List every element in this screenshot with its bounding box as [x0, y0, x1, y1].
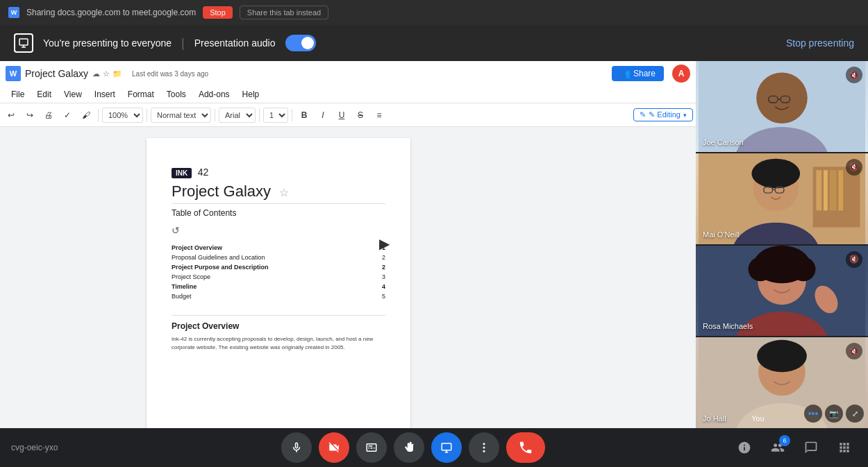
gdocs-container: W Project Galaxy ☁ ☆ 📁 Last edit was 3 d…: [0, 61, 696, 428]
stop-presenting-button[interactable]: Stop presenting: [786, 37, 854, 49]
camera-button[interactable]: [319, 432, 349, 463]
favorite-star-icon: ☆: [279, 187, 289, 198]
menu-insert[interactable]: Insert: [89, 88, 121, 101]
svg-point-33: [483, 443, 485, 445]
jo-expand-button[interactable]: ⤢: [846, 405, 864, 423]
svg-point-17: [751, 158, 800, 188]
joe-name: Joe Carlson: [703, 138, 744, 146]
docs-title-bar: W Project Galaxy ☁ ☆ 📁 Last edit was 3 d…: [0, 61, 696, 86]
divider-1: [98, 109, 99, 121]
toc-row: Timeline4: [172, 282, 385, 291]
people-button[interactable]: 6: [765, 435, 790, 460]
zoom-select[interactable]: 100%: [102, 108, 143, 123]
jo-more-button[interactable]: •••: [804, 405, 822, 423]
menu-edit[interactable]: Edit: [31, 88, 57, 101]
title-icons: ☁ ☆ 📁: [92, 69, 122, 78]
menu-format[interactable]: Format: [122, 88, 160, 101]
docs-toolbar: W Project Galaxy ☁ ☆ 📁 Last edit was 3 d…: [0, 61, 696, 127]
last-edit-text: Last edit was 3 days ago: [132, 70, 208, 78]
more-format-btn[interactable]: ≡: [371, 107, 387, 124]
document-viewer: W Project Galaxy ☁ ☆ 📁 Last edit was 3 d…: [0, 61, 696, 428]
microphone-button[interactable]: [281, 432, 312, 463]
docs-sidebar-left: [0, 127, 14, 428]
chat-button[interactable]: [799, 435, 824, 460]
control-bar: cvg-oeic-yxo: [0, 428, 868, 467]
people-icon: 👥: [620, 69, 631, 78]
toc-title: Table of Contents: [172, 208, 385, 218]
docs-app-icon: W: [6, 66, 21, 81]
svg-point-26: [749, 257, 773, 281]
divider-4: [259, 109, 260, 121]
user-avatar[interactable]: A: [672, 65, 690, 83]
toc-item-page: 2: [378, 253, 385, 262]
audio-toggle[interactable]: [285, 35, 316, 51]
end-call-button[interactable]: [506, 432, 545, 463]
page-number: 42: [198, 167, 209, 178]
jo-camera-button[interactable]: 📷: [825, 405, 843, 423]
svg-rect-0: [19, 39, 28, 45]
presenting-text: You're presenting to everyone: [43, 37, 172, 49]
size-select[interactable]: 11: [263, 108, 288, 123]
toc-item-label: Project Purpose and Description: [172, 262, 378, 272]
participant-tile-mai: Mai O'Neill 🔇: [696, 153, 868, 244]
italic-btn[interactable]: I: [315, 107, 331, 124]
participants-panel: Joe Carlson 🔇: [696, 61, 868, 428]
doc-title: Project Galaxy: [25, 68, 88, 79]
toc-item-label: Proposal Guidelines and Location: [172, 253, 378, 262]
toc-item-page: 5: [378, 291, 385, 301]
toc-row: Project Overview1: [172, 243, 385, 253]
toc-item-label: Timeline: [172, 282, 378, 291]
loading-icon: ↺: [172, 225, 385, 236]
menu-tools[interactable]: Tools: [161, 88, 192, 101]
style-select[interactable]: Normal text: [151, 108, 211, 123]
redo-btn[interactable]: ↪: [22, 107, 38, 124]
share-tab-button[interactable]: Share this tab instead: [240, 6, 328, 19]
divider-3: [215, 109, 215, 121]
activities-button[interactable]: [832, 435, 857, 460]
underline-btn[interactable]: U: [333, 107, 350, 124]
stop-sharing-button[interactable]: Stop: [203, 6, 233, 19]
participant-tile-rosa: Rosa Michaels 🔇: [696, 246, 868, 337]
presenting-bar: You're presenting to everyone | Presenta…: [0, 25, 868, 61]
bold-btn[interactable]: B: [296, 107, 312, 124]
captions-button[interactable]: [356, 432, 387, 463]
more-options-button[interactable]: [469, 432, 499, 463]
chevron-down-icon: ▾: [683, 112, 687, 119]
ink-badge: INK: [172, 168, 192, 178]
raise-hand-button[interactable]: [394, 432, 424, 463]
mai-name: Mai O'Neill: [703, 230, 740, 239]
docs-page: INK 42 Project Galaxy ☆ Table of Content…: [147, 138, 410, 428]
menu-help[interactable]: Help: [237, 88, 265, 101]
toc-row: Project Purpose and Description2: [172, 262, 385, 272]
spellcheck-btn[interactable]: ✓: [59, 107, 76, 124]
section-text: Ink-42 is currently accepting proposals …: [172, 335, 385, 352]
share-button[interactable]: 👥 Share: [612, 66, 664, 81]
menu-view[interactable]: View: [58, 88, 87, 101]
font-select[interactable]: Arial: [219, 108, 256, 123]
toc-row: Proposal Guidelines and Location2: [172, 253, 385, 262]
info-button[interactable]: [732, 435, 757, 460]
editing-badge[interactable]: ✎ ✎ Editing ▾: [633, 108, 693, 121]
toc-item-label: Project Scope: [172, 272, 378, 282]
control-right: 6: [732, 435, 857, 460]
move-icon: 📁: [112, 69, 122, 78]
toc-item-page: 3: [378, 272, 385, 282]
menu-file[interactable]: File: [6, 88, 30, 101]
docs-menu-bar: File Edit View Insert Format Tools Add-o…: [0, 86, 696, 103]
docs-page-area[interactable]: INK 42 Project Galaxy ☆ Table of Content…: [14, 127, 543, 428]
menu-addons[interactable]: Add-ons: [193, 88, 235, 101]
svg-point-34: [483, 447, 485, 449]
paint-btn[interactable]: 🖌: [78, 107, 94, 124]
present-button[interactable]: [431, 432, 462, 463]
print-btn[interactable]: 🖨: [40, 107, 57, 124]
doc-main-title: Project Galaxy ☆: [172, 182, 385, 204]
control-center: [100, 432, 726, 463]
toc-item-page: 2: [378, 262, 385, 272]
svg-rect-14: [838, 170, 843, 210]
toc-row: Budget5: [172, 291, 385, 301]
you-label: You: [751, 414, 765, 423]
meeting-code: cvg-oeic-yxo: [11, 443, 94, 452]
strikethrough-btn[interactable]: S: [352, 107, 369, 124]
undo-btn[interactable]: ↩: [3, 107, 19, 124]
toc-item-page: 1: [378, 243, 385, 253]
